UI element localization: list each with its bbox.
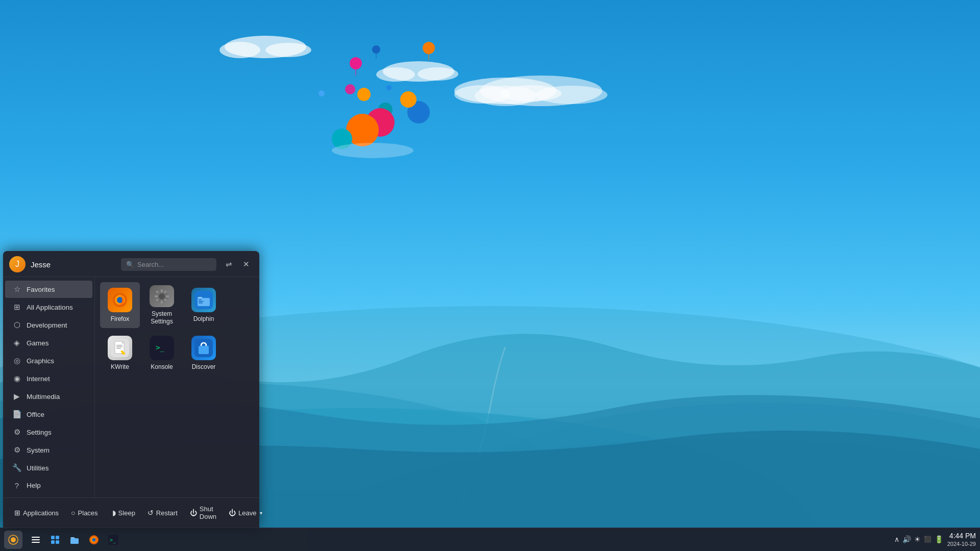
sidebar-item-office[interactable]: 📄 Office	[5, 406, 92, 423]
settings-icon: ⚙	[12, 428, 21, 437]
applications-button[interactable]: ⊞ Applications	[9, 506, 64, 520]
development-icon: ⬡	[12, 320, 21, 330]
all-apps-icon: ⊞	[12, 303, 21, 312]
office-icon: 📄	[12, 410, 21, 419]
svg-point-23	[345, 84, 355, 94]
shutdown-button[interactable]: ⏻ Shut Down	[185, 502, 222, 523]
filemanager-taskbar-button[interactable]	[65, 531, 84, 549]
brightness-tray-icon[interactable]: ☀	[914, 535, 921, 543]
system-tray: ∧ 🔊 ☀ ⬛ 🔋 4:44 PM 2024-10-29	[894, 531, 976, 547]
svg-rect-71	[56, 540, 59, 544]
svg-point-24	[357, 88, 371, 101]
svg-point-64	[11, 537, 16, 542]
svg-rect-50	[199, 301, 204, 302]
svg-point-16	[536, 86, 607, 104]
app-discover-label: Discover	[192, 363, 216, 370]
close-menu-button[interactable]: ✕	[239, 257, 253, 271]
panel-icon-button[interactable]	[27, 531, 45, 549]
svg-rect-55	[116, 346, 122, 347]
app-kwrite[interactable]: KWrite	[100, 330, 140, 376]
sidebar-item-games[interactable]: ◈ Games	[5, 334, 92, 352]
app-system-settings-label: System Settings	[145, 310, 179, 325]
svg-text:>_: >_	[110, 537, 116, 543]
app-firefox[interactable]: Firefox	[100, 282, 140, 328]
konsole-taskbar-button[interactable]: >_	[104, 531, 122, 549]
games-icon: ◈	[12, 338, 21, 347]
svg-rect-51	[199, 303, 203, 304]
svg-point-6	[219, 42, 260, 58]
app-discover[interactable]: Discover	[184, 330, 224, 376]
sidebar-item-settings[interactable]: ⚙ Settings	[5, 423, 92, 441]
places-icon: ○	[71, 509, 75, 517]
shutdown-label: Shut Down	[200, 505, 216, 520]
firefox-icon	[108, 288, 132, 312]
app-konsole[interactable]: >_ Konsole	[142, 330, 182, 376]
search-bar[interactable]: 🔍	[121, 258, 216, 271]
sidebar-label-games: Games	[27, 339, 49, 347]
app-dolphin[interactable]: Dolphin	[184, 282, 224, 328]
sidebar-item-utilities[interactable]: 🔧 Utilities	[5, 459, 92, 477]
sidebar-item-system[interactable]: ⚙ System	[5, 441, 92, 459]
sidebar-item-graphics[interactable]: ◎ Graphics	[5, 352, 92, 369]
menu-sidebar: ☆ Favorites ⊞ All Applications ⬡ Develop…	[3, 277, 95, 497]
app-firefox-label: Firefox	[111, 315, 130, 322]
applications-label: Applications	[23, 509, 59, 517]
firefox-taskbar-button[interactable]	[85, 531, 103, 549]
sidebar-label-multimedia: Multimedia	[27, 393, 60, 400]
battery-tray-icon[interactable]: 🔋	[935, 535, 943, 543]
sidebar-item-all-applications[interactable]: ⊞ All Applications	[5, 298, 92, 316]
app-menu: J Jesse 🔍 ⇌ ✕ ☆ Favorites ⊞	[3, 251, 259, 528]
svg-point-9	[376, 67, 415, 82]
svg-point-32	[386, 85, 391, 90]
svg-rect-40	[161, 300, 163, 304]
sidebar-item-favorites[interactable]: ☆ Favorites	[5, 281, 92, 298]
restart-label: Restart	[156, 509, 178, 517]
search-input[interactable]	[137, 261, 211, 268]
search-icon: 🔍	[126, 261, 134, 268]
konsole-icon: >_	[150, 336, 174, 360]
svg-rect-56	[116, 348, 121, 349]
sidebar-item-multimedia[interactable]: ▶ Multimedia	[5, 388, 92, 405]
svg-point-31	[318, 90, 325, 96]
taskbar-left	[4, 531, 22, 549]
clock-time: 4:44 PM	[947, 531, 976, 540]
app-launcher-button[interactable]	[4, 531, 22, 549]
sidebar-item-help[interactable]: ? Help	[5, 477, 92, 494]
svg-point-17	[350, 57, 362, 69]
sidebar-item-internet[interactable]: ◉ Internet	[5, 370, 92, 387]
display-tray-icon[interactable]: ⬛	[924, 536, 932, 543]
svg-rect-42	[166, 295, 169, 297]
places-button[interactable]: ○ Places	[66, 506, 103, 520]
svg-point-10	[418, 67, 458, 81]
leave-chevron-icon: ▾	[260, 510, 262, 516]
leave-button[interactable]: ⏻ Leave ▾	[224, 506, 267, 520]
sidebar-label-development: Development	[27, 321, 67, 329]
restart-button[interactable]: ↺ Restart	[142, 506, 183, 520]
svg-rect-39	[161, 289, 163, 292]
svg-point-75	[92, 538, 96, 541]
dolphin-icon	[191, 288, 216, 312]
help-icon: ?	[12, 481, 21, 490]
taskbar-clock[interactable]: 4:44 PM 2024-10-29	[947, 531, 976, 547]
filter-button[interactable]: ⇌	[222, 257, 236, 271]
app-system-settings[interactable]: System Settings	[142, 282, 182, 328]
sidebar-item-development[interactable]: ⬡ Development	[5, 316, 92, 334]
sleep-button[interactable]: ◗ Sleep	[107, 506, 140, 520]
sleep-label: Sleep	[118, 509, 135, 517]
restart-icon: ↺	[148, 509, 154, 517]
volume-tray-icon[interactable]: 🔊	[902, 535, 911, 543]
svg-point-7	[265, 43, 311, 57]
svg-rect-54	[116, 345, 122, 346]
app-kwrite-label: KWrite	[111, 363, 129, 370]
svg-point-33	[332, 143, 413, 158]
menu-header: J Jesse 🔍 ⇌ ✕	[3, 251, 259, 277]
clock-date: 2024-10-29	[947, 540, 976, 547]
sidebar-label-graphics: Graphics	[27, 357, 54, 365]
app-dolphin-label: Dolphin	[193, 315, 214, 322]
avatar-letter: J	[15, 260, 19, 269]
tasks-icon-button[interactable]	[46, 531, 64, 549]
sidebar-label-favorites: Favorites	[27, 286, 55, 293]
leave-icon: ⏻	[229, 509, 236, 517]
tray-chevron-icon[interactable]: ∧	[894, 535, 899, 543]
svg-rect-49	[199, 299, 202, 300]
